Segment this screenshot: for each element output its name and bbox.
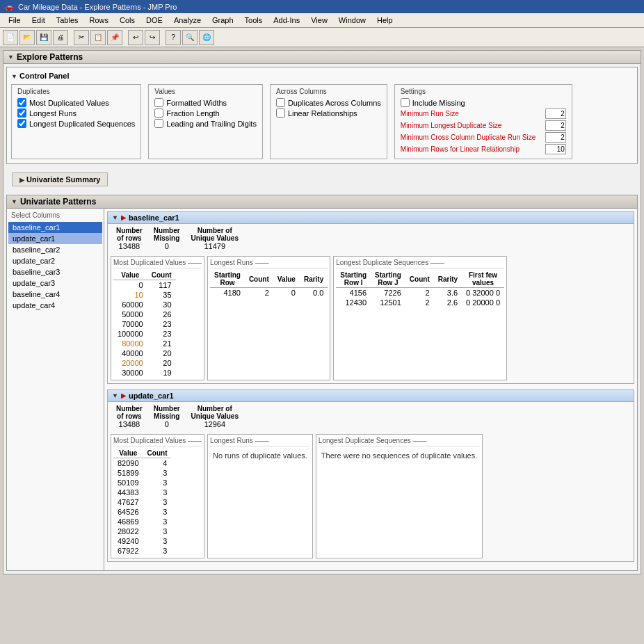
menu-file[interactable]: File <box>3 15 26 26</box>
col-item-baseline-car1[interactable]: baseline_car1 <box>8 222 102 233</box>
menu-analyze[interactable]: Analyze <box>168 15 207 26</box>
bc1-num-missing-val: 0 <box>154 242 180 250</box>
bc1-most-dup-table: Value Count 0117103560000305000026700002… <box>113 271 176 378</box>
tb-globe[interactable]: 🌐 <box>199 30 214 45</box>
menu-doe[interactable]: DOE <box>140 15 168 26</box>
menu-tables[interactable]: Tables <box>51 15 84 26</box>
bc1-menu-icon[interactable]: ▶ <box>121 214 126 221</box>
lds-cell-rowI: 4156 <box>336 288 371 298</box>
us-expand-icon: ▶ <box>19 177 24 184</box>
most-dup-value-cell: 0 <box>113 280 147 291</box>
most-dup-count-cell: 3 <box>143 546 172 556</box>
univariate-summary-area: ▶ Univariate Summary <box>3 167 641 192</box>
col-item-update-car3[interactable]: update_car3 <box>8 277 102 289</box>
bc1-lds-row-j: StartingRow J <box>371 271 405 288</box>
table-row: 280223 <box>113 526 171 536</box>
tb-help[interactable]: ? <box>166 30 181 45</box>
menu-window[interactable]: Window <box>333 15 371 26</box>
lds-cell-rowJ: 12501 <box>371 298 405 307</box>
menu-addins[interactable]: Add-Ins <box>268 15 305 26</box>
settings-min-longest-dup: Minimum Longest Duplicate Size <box>401 120 566 131</box>
uc1-lds-title: Longest Duplicate Sequences —— <box>319 437 480 446</box>
most-dup-count-cell: 3 <box>143 497 172 507</box>
menu-help[interactable]: Help <box>371 15 399 26</box>
menu-view[interactable]: View <box>305 15 333 26</box>
check-dup-across-cols: Duplicates Across Columns <box>276 98 381 107</box>
col-item-update-car1[interactable]: update_car1 <box>8 233 102 244</box>
most-dup-count-cell: 3 <box>143 536 172 546</box>
control-panel: ▼ Control Panel Duplicates Most Duplicat… <box>6 67 638 164</box>
uc1-col-value: Value <box>113 449 143 458</box>
bc1-num-rows-cell: Numberof rows 13488 <box>111 227 148 250</box>
check-most-dup-input[interactable] <box>17 98 26 107</box>
bc1-most-dup-title: Most Duplicated Values —— <box>113 259 202 268</box>
check-longest-runs: Longest Runs <box>17 108 135 118</box>
col-item-update-car4[interactable]: update_car4 <box>8 300 102 311</box>
col-item-baseline-car2[interactable]: baseline_car2 <box>8 244 102 255</box>
column-list: Select Columns baseline_car1 update_car1… <box>7 209 104 570</box>
tb-open[interactable]: 📂 <box>19 30 35 45</box>
check-most-duplicated: Most Duplicated Values <box>17 98 135 107</box>
table-row: 6000030 <box>113 300 176 309</box>
tb-zoom[interactable]: 🔍 <box>182 30 198 45</box>
tb-save[interactable]: 💾 <box>36 30 51 45</box>
menu-edit[interactable]: Edit <box>26 15 51 26</box>
up-header[interactable]: ▼ Univariate Patterns <box>6 195 638 209</box>
check-longest-runs-input[interactable] <box>17 108 26 118</box>
min-linear-input[interactable] <box>545 144 566 154</box>
col-item-baseline-car4[interactable]: baseline_car4 <box>8 289 102 300</box>
lds-cell-rowI: 12430 <box>336 298 371 307</box>
tb-print[interactable]: 🖨 <box>53 30 68 45</box>
tb-copy[interactable]: 📋 <box>90 30 106 45</box>
uc1-menu-icon[interactable]: ▶ <box>121 392 126 399</box>
bc1-collapse-icon[interactable]: ▼ <box>112 214 118 221</box>
tb-undo[interactable]: ↩ <box>128 30 143 45</box>
check-lead-trail-input[interactable] <box>154 119 163 128</box>
check-fmt-widths-input[interactable] <box>154 98 163 107</box>
lds-cell-rowJ: 7226 <box>371 288 405 298</box>
bc1-num-rows-val: 13488 <box>116 242 143 250</box>
collapse-explore-icon: ▼ <box>8 54 14 61</box>
univariate-summary-btn[interactable]: ▶ Univariate Summary <box>12 172 108 186</box>
var-block-baseline-car1: ▼ ▶ baseline_car1 Numberof rows 13488 Nu <box>107 211 634 384</box>
tb-redo[interactable]: ↪ <box>145 30 160 45</box>
check-fraction-len: Fraction Length <box>154 108 257 118</box>
tb-paste[interactable]: 📌 <box>107 30 122 45</box>
check-longest-dup-seq-input[interactable] <box>17 119 26 128</box>
most-dup-value-cell: 10 <box>113 290 147 300</box>
tb-new[interactable]: 📄 <box>3 30 18 45</box>
table-row: 679223 <box>113 546 171 556</box>
check-dup-across-input[interactable] <box>276 98 285 107</box>
control-panel-title: ▼ Control Panel <box>11 72 633 80</box>
table-row: 4000020 <box>113 348 176 358</box>
min-cross-col-input[interactable] <box>545 132 566 143</box>
check-include-missing-input[interactable] <box>401 98 410 107</box>
explore-patterns-header[interactable]: ▼ Explore Patterns <box>3 51 641 64</box>
menu-tools[interactable]: Tools <box>239 15 268 26</box>
lds-cell-values: 0 20000 0 <box>462 298 504 307</box>
uc1-most-dup-box: Most Duplicated Values —— Value Count 82… <box>111 434 204 558</box>
table-row: 476273 <box>113 497 171 507</box>
menu-graph[interactable]: Graph <box>207 15 239 26</box>
table-row: 820904 <box>113 458 171 469</box>
var-block-update-car1: ▼ ▶ update_car1 Numberof rows 13488 Numb <box>107 389 634 562</box>
menu-cols[interactable]: Cols <box>114 15 140 26</box>
check-linear-rel-input[interactable] <box>276 108 285 118</box>
across-columns-title: Across Columns <box>276 88 381 95</box>
cp-collapse-icon[interactable]: ▼ <box>11 73 17 80</box>
min-longest-dup-input[interactable] <box>545 120 566 131</box>
toolbar: 📄 📂 💾 🖨 ✂ 📋 📌 ↩ ↪ ? 🔍 🌐 <box>0 28 644 47</box>
min-run-input[interactable] <box>545 108 566 119</box>
col-item-update-car2[interactable]: update_car2 <box>8 255 102 266</box>
uc1-num-rows-val: 13488 <box>116 420 143 428</box>
table-row: 4180200.0 <box>210 288 328 298</box>
check-frac-len-input[interactable] <box>154 108 163 118</box>
uc1-num-rows-cell: Numberof rows 13488 <box>111 405 148 428</box>
uc1-collapse-icon[interactable]: ▼ <box>112 392 118 399</box>
table-row: 501093 <box>113 478 171 488</box>
us-label: Univariate Summary <box>26 175 100 184</box>
bc1-lr-count: Count <box>245 271 273 288</box>
col-item-baseline-car3[interactable]: baseline_car3 <box>8 266 102 277</box>
tb-cut[interactable]: ✂ <box>74 30 89 45</box>
menu-rows[interactable]: Rows <box>84 15 115 26</box>
